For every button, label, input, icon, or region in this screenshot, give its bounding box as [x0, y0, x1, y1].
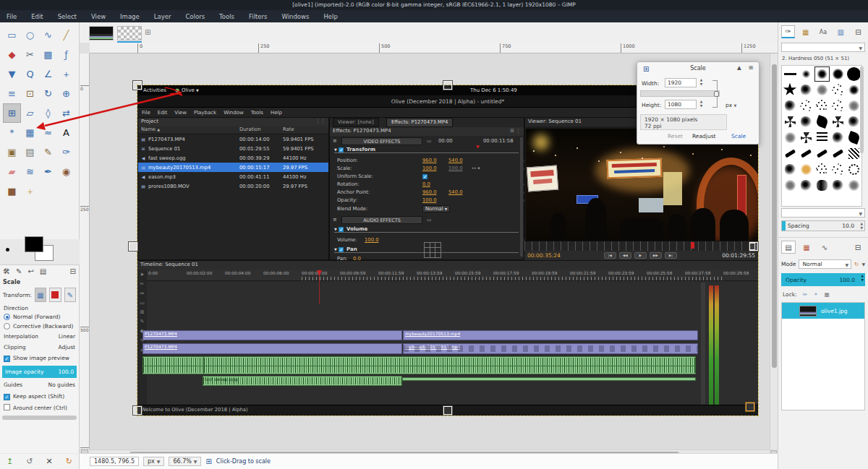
tool-perspective[interactable]: ◊ — [39, 103, 57, 123]
project-item[interactable]: ⊞Sequence 0100:01:29:5559.9401 FPS — [138, 144, 328, 153]
tool-rect-select[interactable]: ▭ — [3, 25, 21, 45]
save-preset-icon[interactable]: ↥ — [7, 457, 13, 466]
vertical-ruler[interactable]: 0250500750 — [80, 53, 90, 449]
unit-combo[interactable]: px ▼ — [726, 102, 736, 108]
lock-alpha-icon[interactable]: ▦ — [824, 291, 829, 298]
dock-menu-icon[interactable]: ⊟ — [70, 267, 76, 275]
tool-eraser[interactable]: ▰ — [3, 162, 21, 181]
brush-item[interactable] — [814, 82, 830, 98]
keyframe-view-icon[interactable]: ▭ — [427, 138, 431, 144]
timeline-clip-audio2[interactable]: fast sweep.ogg — [203, 376, 402, 386]
effects-scrollbar[interactable] — [520, 137, 523, 257]
guides-row[interactable]: GuidesNo guides — [0, 379, 79, 390]
tool-mypaint-brush[interactable]: ◉ — [57, 162, 75, 181]
tool-zoom[interactable]: Q — [21, 64, 39, 84]
brush-item[interactable] — [814, 178, 830, 193]
transform-handle-middle-right[interactable] — [749, 242, 758, 251]
brush-item[interactable] — [814, 114, 830, 129]
olive-menu-item[interactable]: Window — [224, 110, 244, 116]
tool-bucket-fill[interactable]: ▣ — [3, 142, 21, 162]
anchor-y-value[interactable]: 540.0 — [448, 189, 462, 195]
brush-item[interactable] — [783, 98, 798, 113]
delete-preset-icon[interactable]: ✕ — [46, 457, 53, 466]
canvas-horizontal-scrollbar[interactable] — [90, 449, 770, 453]
brush-item[interactable] — [783, 146, 798, 161]
timeline-clip-audio2-tail[interactable] — [402, 377, 696, 381]
transform-section-header[interactable]: ▼ ✓Transform — [334, 147, 519, 153]
menu-icon[interactable]: ≡ — [333, 217, 337, 223]
paths-tab-icon[interactable]: ∿ — [817, 241, 832, 254]
brush-filter-combo[interactable]: ▼ — [781, 43, 865, 52]
tool-warp-transform[interactable]: ≈ — [39, 123, 57, 142]
canvas-vertical-scrollbar[interactable] — [770, 53, 778, 449]
lock-position-icon[interactable]: ＋ — [813, 291, 819, 298]
menu-item[interactable]: Colors — [183, 12, 207, 21]
link-scale-buttons[interactable]: ◂ ▸ ▪ — [472, 165, 480, 170]
brush-item[interactable] — [830, 114, 846, 129]
panel-options-icon[interactable]: ⋮⋮ — [315, 119, 326, 124]
navigation-icon[interactable] — [770, 450, 777, 453]
transform-handle-middle-left[interactable] — [129, 242, 137, 251]
tool-unified-transform[interactable]: ⊕ — [57, 84, 75, 103]
olive-menu-item[interactable]: Edit — [158, 110, 168, 116]
audio-effects-bar[interactable]: AUDIO EFFECTS — [341, 216, 422, 224]
tool-align[interactable]: ≡ — [3, 84, 21, 103]
reset-button[interactable]: Reset — [665, 132, 686, 141]
video-effects-bar[interactable]: VIDEO EFFECTS — [341, 137, 422, 145]
brush-item[interactable] — [783, 114, 798, 129]
brush-item[interactable] — [799, 98, 814, 113]
brush-item[interactable] — [846, 82, 861, 98]
menu-item[interactable]: Filters — [247, 12, 269, 21]
brush-item[interactable] — [783, 82, 798, 98]
fonts-tab-icon[interactable]: Aa — [816, 25, 830, 38]
fg-bg-color-swatch[interactable] — [25, 236, 56, 262]
tool-foreground-select[interactable]: ▩ — [39, 45, 57, 64]
direction-corrective-radio[interactable]: Corrective (Backward) — [0, 322, 79, 331]
quick-mask-toggle[interactable] — [81, 449, 88, 453]
tool-scissors-select[interactable]: ✂ — [21, 45, 39, 64]
timeline-clip-video2b[interactable]: mybeauty20170513.mp4 — [403, 330, 698, 340]
app-menu-olive[interactable]: Olive — [182, 87, 195, 93]
layer-opacity-slider[interactable]: Opacity 100.0 ▲▼ — [781, 273, 865, 286]
transform-layer-button[interactable]: ▦ — [35, 288, 46, 302]
olive-menu-item[interactable]: Help — [271, 110, 282, 116]
timeline-tool-icon[interactable]: ▭ — [140, 300, 145, 306]
mode-options-icon[interactable]: ▼ — [861, 262, 865, 267]
timeline-tool-icon[interactable]: ✎ — [140, 319, 145, 324]
scale-button[interactable]: Scale — [728, 132, 749, 141]
tool-clone[interactable]: ■ — [3, 181, 21, 201]
width-spinner[interactable]: ▲▼ — [698, 78, 705, 87]
uniform-scale-checkbox[interactable]: ✓ — [422, 173, 430, 179]
brush-item[interactable] — [830, 178, 846, 193]
brush-item[interactable] — [799, 130, 814, 145]
project-columns[interactable]: Name ▲ Duration Rate — [138, 126, 328, 134]
activities-button[interactable]: Activities — [143, 87, 166, 93]
transport-button[interactable]: ▶| — [665, 252, 677, 259]
timeline-tool-icon[interactable]: ⇔ — [140, 291, 145, 296]
project-item[interactable]: ▤prores1080.MOV00:00:20:0029.97 FPS — [138, 181, 328, 191]
patterns-tab-icon[interactable]: ▦ — [799, 25, 812, 38]
tool-gradient[interactable]: ▤ — [21, 142, 39, 162]
brush-tag-combo[interactable]: ▼ — [781, 208, 865, 218]
tab-viewer-none[interactable]: Viewer: [none] — [333, 118, 379, 127]
project-item[interactable]: ▤mybeauty20170513.mp400:00:15:1729.97 FP… — [138, 163, 328, 172]
horizontal-ruler[interactable]: 025050075010001250 — [90, 43, 778, 53]
viewer-playhead[interactable] — [691, 242, 694, 249]
project-item[interactable]: ◀fast sweep.ogg00:00:39:2944100 Hz — [138, 153, 328, 163]
images-tab-icon[interactable]: ▤ — [40, 267, 46, 275]
brush-item[interactable] — [814, 98, 830, 113]
brush-item[interactable] — [799, 162, 814, 177]
tool-measure[interactable]: ∠ — [39, 64, 57, 84]
scale-y-value[interactable]: 100.0 — [448, 165, 462, 171]
transform-handle-bottom-middle[interactable] — [443, 406, 452, 415]
brush-item[interactable] — [814, 146, 830, 161]
tool-heal[interactable]: ＋ — [21, 181, 39, 201]
swap-colors-icon[interactable] — [6, 248, 9, 251]
height-input[interactable]: 1080 — [665, 100, 697, 109]
olive-menu-item[interactable]: View — [174, 110, 187, 116]
viewer-timecode-current[interactable]: 00:00:35:24 — [527, 252, 561, 259]
timeline-tool-icon[interactable]: ➤ — [140, 272, 145, 277]
brush-item[interactable] — [830, 66, 846, 82]
tool-paintbrush[interactable]: ✑ — [57, 142, 75, 162]
layers-tab-icon[interactable]: ▤ — [781, 241, 796, 254]
